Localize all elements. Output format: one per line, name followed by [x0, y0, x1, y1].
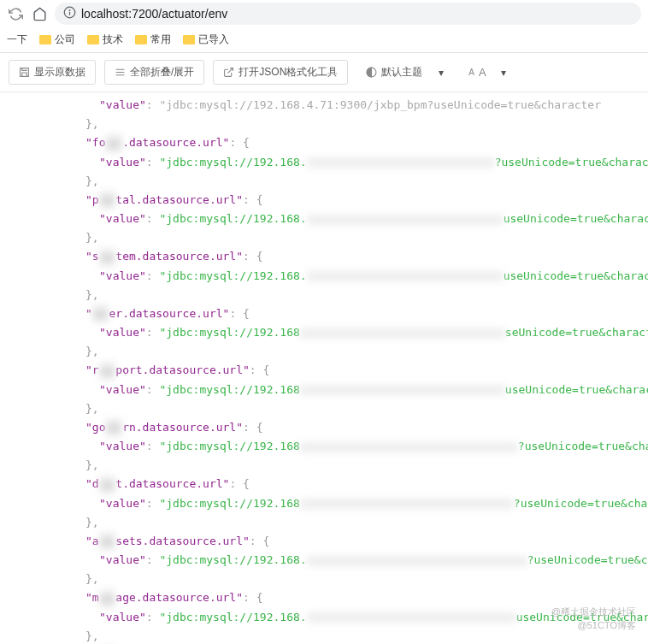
json-viewer: "value": "jdbc:mysql://192.168.4.71:9300… — [0, 92, 648, 644]
site-info-icon[interactable] — [63, 6, 76, 21]
bookmark-item[interactable]: 常用 — [135, 32, 171, 47]
bookmark-item[interactable]: 公司 — [39, 32, 75, 47]
watermark: @稀土掘金技术社区 @51CTO博客 — [551, 605, 636, 632]
bookmarks-bar: 一下 公司 技术 常用 已导入 — [0, 27, 648, 53]
address-bar[interactable]: localhost:7200/actuator/env — [55, 3, 641, 25]
home-icon[interactable] — [31, 5, 48, 22]
bookmark-item[interactable]: 一下 — [7, 32, 27, 47]
bookmark-item[interactable]: 已导入 — [183, 32, 229, 47]
bookmark-item[interactable]: 技术 — [87, 32, 123, 47]
folder-icon — [87, 35, 99, 44]
chevron-down-icon: ▾ — [439, 67, 444, 79]
svg-point-1 — [69, 9, 71, 11]
show-raw-button[interactable]: 显示原数据 — [9, 60, 96, 85]
folder-icon — [183, 35, 195, 44]
folder-icon — [39, 35, 51, 44]
font-size-selector[interactable]: AA ▾ — [462, 62, 512, 83]
reload-icon[interactable] — [7, 5, 24, 22]
svg-rect-2 — [69, 12, 70, 15]
json-toolbar: 显示原数据 全部折叠/展开 打开JSON格式化工具 默认主题 ▾ AA ▾ — [0, 53, 648, 92]
folder-icon — [135, 35, 147, 44]
browser-top-bar: localhost:7200/actuator/env — [0, 0, 648, 27]
theme-selector[interactable]: 默认主题 ▾ — [356, 61, 453, 84]
fold-all-button[interactable]: 全部折叠/展开 — [104, 60, 204, 85]
url-text: localhost:7200/actuator/env — [81, 7, 227, 21]
chevron-down-icon: ▾ — [501, 67, 506, 79]
open-formatter-button[interactable]: 打开JSON格式化工具 — [213, 60, 348, 85]
